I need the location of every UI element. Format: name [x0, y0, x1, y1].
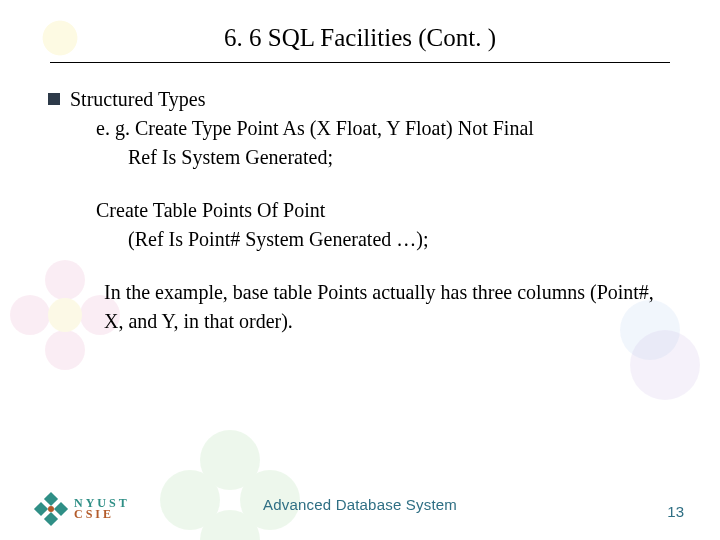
- code-line: (Ref Is Point# System Generated …);: [48, 225, 674, 254]
- page-number: 13: [667, 503, 684, 520]
- footer: Advanced Database System 13: [0, 496, 720, 520]
- explanation-paragraph: In the example, base table Points actual…: [48, 278, 674, 336]
- square-bullet-icon: [48, 93, 60, 105]
- slide: 6. 6 SQL Facilities (Cont. ) Structured …: [0, 0, 720, 540]
- bullet-heading: Structured Types: [70, 85, 205, 114]
- code-line: Create Table Points Of Point: [48, 196, 674, 225]
- code-line: e. g. Create Type Point As (X Float, Y F…: [48, 114, 674, 143]
- bullet-item: Structured Types: [48, 85, 674, 114]
- slide-title: 6. 6 SQL Facilities (Cont. ): [218, 24, 502, 56]
- content-area: Structured Types e. g. Create Type Point…: [46, 85, 674, 336]
- title-underline: [50, 62, 670, 63]
- code-line: Ref Is System Generated;: [48, 143, 674, 172]
- title-wrap: 6. 6 SQL Facilities (Cont. ): [46, 24, 674, 56]
- footer-title: Advanced Database System: [0, 496, 720, 513]
